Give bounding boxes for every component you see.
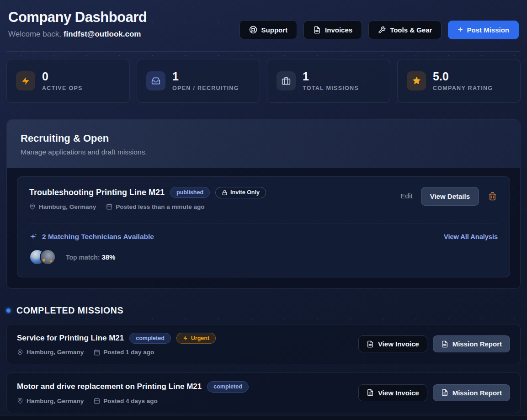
- header-left: Company Dashboard Welcome back,findfst@o…: [8, 9, 147, 39]
- technician-avatar: [40, 249, 56, 265]
- welcome-message: Welcome back,findfst@outlook.com: [8, 30, 147, 39]
- company-dashboard-page: Company Dashboard Welcome back,findfst@o…: [0, 0, 527, 420]
- recruiting-open-header: Recruiting & Open Manage applications an…: [7, 120, 520, 168]
- bottom-strip: [0, 415, 527, 420]
- section-title: Recruiting & Open: [21, 133, 506, 144]
- stat-label: ACTIVE OPS: [42, 85, 83, 91]
- tools-gear-button[interactable]: Tools & Gear: [368, 21, 442, 39]
- bullet-dot-icon: [6, 308, 11, 313]
- calendar-icon: [94, 398, 100, 404]
- stat-value: 0: [42, 70, 83, 83]
- visibility-badge-label: Invite Only: [230, 190, 260, 196]
- welcome-prefix: Welcome back,: [8, 30, 61, 38]
- invoices-button-label: Invoices: [325, 26, 352, 34]
- support-button[interactable]: Support: [240, 20, 298, 39]
- stat-value: 5.0: [433, 70, 493, 83]
- mission-info: Motor and drive replacement on Printing …: [17, 381, 249, 404]
- status-badge: published: [170, 187, 210, 198]
- section-subtitle: Manage applications and draft missions.: [21, 148, 506, 156]
- stat-card-total-missions: 1 TOTAL MISSIONS: [267, 59, 390, 103]
- mission-title: Motor and drive replacement on Printing …: [17, 382, 202, 391]
- row-actions: View Invoice Mission Report: [358, 384, 510, 401]
- file-text-icon: [441, 340, 448, 348]
- stat-card-active-ops: 0 ACTIVE OPS: [6, 59, 130, 103]
- mission-location: Hamburg, Germany: [29, 203, 96, 210]
- urgent-badge: Urgent: [176, 333, 216, 344]
- mission-report-button[interactable]: Mission Report: [433, 335, 510, 352]
- completed-missions-title: COMPLETED MISSIONS: [16, 305, 123, 316]
- view-invoice-button[interactable]: View Invoice: [358, 335, 427, 352]
- mission-posted: Posted 4 days ago: [94, 398, 158, 404]
- row-actions: View Invoice Mission Report: [358, 335, 510, 352]
- file-text-icon: [367, 389, 374, 396]
- recruiting-open-section: Recruiting & Open Manage applications an…: [6, 119, 521, 289]
- file-text-icon: [313, 26, 321, 34]
- support-button-label: Support: [261, 26, 288, 34]
- star-icon: [407, 71, 426, 90]
- status-badge: completed: [207, 381, 249, 393]
- post-mission-button[interactable]: + Post Mission: [448, 21, 519, 39]
- tools-gear-button-label: Tools & Gear: [390, 26, 432, 34]
- completed-mission-row: Motor and drive replacement on Printing …: [6, 372, 521, 413]
- status-badge: completed: [129, 333, 171, 344]
- mission-card: Troubleshooting Printing Line M21 publis…: [17, 176, 510, 277]
- matching-title: 2 Matching Technicians Available: [42, 233, 154, 241]
- map-pin-icon: [29, 203, 36, 210]
- map-pin-icon: [17, 398, 23, 404]
- mission-actions: Edit View Details: [400, 187, 498, 206]
- file-text-icon: [367, 340, 374, 348]
- stat-card-open-recruiting: 1 OPEN / RECRUITING: [137, 59, 260, 103]
- stat-value: 1: [172, 70, 239, 83]
- completed-missions-header: COMPLETED MISSIONS: [6, 305, 521, 316]
- life-buoy-icon: [249, 26, 257, 34]
- user-email: findfst@outlook.com: [64, 30, 141, 38]
- mission-title: Service for Printing Line M21: [17, 334, 124, 343]
- lightning-icon: [16, 71, 35, 90]
- trash-icon: [488, 192, 497, 201]
- plus-icon: +: [458, 25, 463, 34]
- mission-posted: Posted less than a minute ago: [106, 203, 204, 210]
- top-match: Top match:38%: [66, 253, 115, 261]
- invoices-button[interactable]: Invoices: [303, 21, 362, 39]
- mission-posted: Posted 1 day ago: [94, 349, 154, 356]
- completed-mission-row: Service for Printing Line M21 completed …: [6, 324, 521, 365]
- mission-info: Troubleshooting Printing Line M21 publis…: [29, 187, 266, 210]
- stat-value: 1: [303, 70, 359, 83]
- post-mission-button-label: Post Mission: [467, 26, 509, 34]
- stat-card-company-rating: 5.0 COMPANY RATING: [397, 59, 521, 103]
- view-details-button[interactable]: View Details: [421, 187, 479, 206]
- page-header: Company Dashboard Welcome back,findfst@o…: [6, 0, 521, 52]
- lightning-icon: [183, 335, 188, 341]
- mission-info: Service for Printing Line M21 completed …: [17, 333, 216, 356]
- mission-location: Hamburg, Germany: [17, 398, 84, 404]
- calendar-icon: [94, 349, 100, 356]
- stat-label: OPEN / RECRUITING: [172, 85, 239, 91]
- mission-report-button[interactable]: Mission Report: [433, 384, 510, 401]
- recruiting-open-body: Troubleshooting Printing Line M21 publis…: [7, 168, 520, 288]
- sparkles-icon: [29, 233, 37, 241]
- stats-row: 0 ACTIVE OPS 1 OPEN / RECRUITING 1 TOTAL…: [6, 59, 521, 103]
- header-actions: Support Invoices Tools & Gear + Post Mis…: [240, 20, 519, 39]
- stat-label: TOTAL MISSIONS: [303, 85, 359, 91]
- calendar-icon: [106, 203, 112, 210]
- view-invoice-button[interactable]: View Invoice: [358, 384, 427, 401]
- lock-icon: [222, 190, 228, 196]
- technician-avatars: [29, 249, 56, 265]
- page-title: Company Dashboard: [8, 9, 147, 26]
- stat-label: COMPANY RATING: [433, 85, 493, 91]
- mission-location: Hamburg, Germany: [17, 349, 84, 356]
- matching-technicians-section: 2 Matching Technicians Available View Al…: [29, 223, 498, 265]
- visibility-badge: Invite Only: [215, 187, 266, 198]
- mission-title: Troubleshooting Printing Line M21: [29, 188, 165, 197]
- delete-mission-button[interactable]: [487, 191, 498, 202]
- top-match-value: 38%: [101, 253, 115, 261]
- view-all-analysis-link[interactable]: View All Analysis: [444, 233, 498, 240]
- wrench-icon: [378, 26, 386, 34]
- briefcase-icon: [277, 71, 296, 90]
- file-text-icon: [441, 389, 448, 396]
- edit-link[interactable]: Edit: [400, 192, 413, 200]
- map-pin-icon: [17, 349, 23, 356]
- inbox-icon: [146, 71, 165, 90]
